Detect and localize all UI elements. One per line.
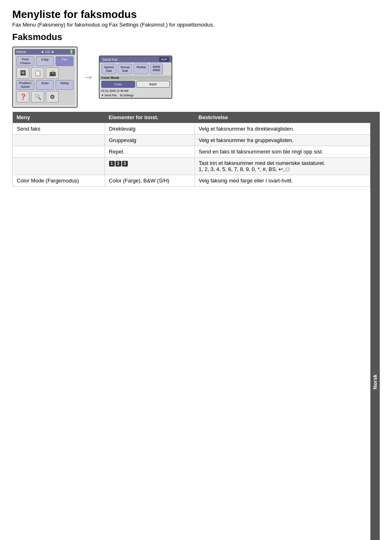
page-indicator: ◄ 1/2 ►: [40, 50, 55, 54]
table1-container: Meny Elementer for innst. Beskrivelse Se…: [12, 112, 370, 540]
table1-row1-col1: Send faks: [13, 123, 105, 135]
sf-datetime: 01.01.2008 12:45 AM: [100, 89, 172, 93]
num-box-2: 2: [116, 161, 121, 167]
num-box-3: 3: [122, 161, 128, 167]
section1-title: Faksmodus: [12, 32, 380, 42]
home-icon-row2: ❓ 🔍 ⚙: [16, 91, 74, 102]
table-row: Gruppevalg Velg et faksnummer fra gruppe…: [13, 135, 370, 146]
scan-btn[interactable]: Scan: [36, 80, 54, 90]
subtitle: Fax Menu (Faksmeny) for faksmodus og Fax…: [12, 22, 380, 28]
sf-send-label: ✦ Send Fax: [101, 94, 117, 97]
table1-row2-col2: Gruppevalg: [105, 135, 194, 146]
table1-row5-col3: Velg faksing med farge eller i svart-hvi…: [194, 175, 370, 187]
table1-row2-col1: [13, 135, 105, 146]
home-screen-body: PrintPhotos Copy Fax 🖼 📋 📠 ProblemSolver…: [15, 55, 75, 105]
copy-btn[interactable]: Copy: [36, 56, 54, 66]
code-btn: ⊞⊞⊞⊞⊞⊞: [150, 64, 163, 74]
table-row: Color Mode (Fargemodus) Color (Farge), B…: [13, 175, 370, 187]
bw-btn[interactable]: B&W: [136, 81, 170, 88]
fax-icon-btn: 📠: [46, 67, 59, 79]
norsk-sidebar: Norsk: [370, 112, 380, 540]
table1-row5-col1: Color Mode (Fargemodus): [13, 175, 105, 187]
sf-dial-row: SpeedDial GroupDial Redial ⊞⊞⊞⊞⊞⊞: [100, 62, 172, 76]
menu-table-1: Meny Elementer for innst. Beskrivelse Se…: [12, 112, 370, 187]
copy-icon-btn: 📋: [31, 67, 44, 79]
table1-row2-col3: Velg et faksnummer fra gruppevaglisten.: [194, 135, 370, 146]
arrow1: →: [82, 71, 94, 84]
send-fax-header: Send Fax ADF: [100, 56, 172, 62]
table1-header-col3: Beskrivelse: [194, 112, 370, 123]
problem-solver-btn[interactable]: ProblemSolver: [16, 80, 34, 90]
speed-dial-btn[interactable]: SpeedDial: [101, 64, 116, 74]
send-fax-title: Send Fax: [102, 58, 118, 62]
group-dial-btn[interactable]: GroupDial: [118, 64, 132, 74]
send-fax-screen: Send Fax ADF SpeedDial GroupDial Redial …: [99, 56, 172, 99]
sf-settings-label: ⊞ Settings: [120, 94, 134, 97]
table1-row1-col2: Direktevalg: [105, 123, 194, 135]
adf-label: ADF: [159, 57, 169, 62]
table1-row3-col1: [13, 146, 105, 158]
problem-icon-btn: ❓: [16, 91, 29, 102]
home-icon-row1: 🖼 📋 📠: [16, 67, 74, 79]
table1-row4-col3: Tast inn et faksnummer med det numeriske…: [194, 158, 370, 175]
color-btn[interactable]: Color: [101, 81, 135, 88]
home-btn-row2: ProblemSolver Scan Setup: [16, 80, 74, 90]
home-screen: Home ◄ 1/2 ► 🔋 PrintPhotos Copy Fax 🖼 📋 …: [12, 47, 78, 108]
table1-area: Meny Elementer for innst. Beskrivelse Se…: [12, 112, 380, 540]
home-screen-header: Home ◄ 1/2 ► 🔋: [15, 49, 75, 55]
table1-row4-col2: 1 2 3: [105, 158, 194, 175]
scan-icon-btn: 🔍: [31, 91, 44, 102]
print-photos-btn[interactable]: PrintPhotos: [16, 56, 34, 66]
table1-row4-col1: [13, 158, 105, 175]
table1-row1-col3: Velg et faksnummer fra direktevalglisten…: [194, 123, 370, 135]
table-row: Send faks Direktevalg Velg et faksnummer…: [13, 123, 370, 135]
fax-btn[interactable]: Fax: [56, 56, 74, 66]
setup-icon-btn: ⚙: [46, 91, 59, 102]
sf-footer: ✦ Send Fax ⊞ Settings: [100, 93, 172, 98]
table1-header-col1: Meny: [13, 112, 105, 123]
redial-btn[interactable]: Redial: [134, 64, 149, 74]
num-box-1: 1: [109, 161, 115, 167]
table1-row5-col2: Color (Farge), B&W (S/H): [105, 175, 194, 187]
faksmodus-images: Home ◄ 1/2 ► 🔋 PrintPhotos Copy Fax 🖼 📋 …: [12, 47, 172, 108]
main-title: Menyliste for faksmodus: [12, 8, 380, 21]
setup-btn[interactable]: Setup: [56, 80, 74, 90]
sf-color-row: Color B&W: [100, 80, 172, 89]
num-badge: 1 2 3: [109, 161, 128, 167]
home-btn-row1: PrintPhotos Copy Fax: [16, 56, 74, 66]
faksmodus-top-area: Home ◄ 1/2 ► 🔋 PrintPhotos Copy Fax 🖼 📋 …: [12, 47, 380, 108]
home-label: Home: [16, 50, 26, 54]
table1-header-col2: Elementer for innst.: [105, 112, 194, 123]
battery-icon: 🔋: [69, 50, 74, 54]
color-mode-label: Color Mode: [100, 76, 172, 80]
table1-row3-col2: Repet.: [105, 146, 194, 158]
table1-row3-col3: Send en faks til faksnummeret som ble ri…: [194, 146, 370, 158]
print-icon-btn: 🖼: [16, 67, 29, 79]
table-row: Repet. Send en faks til faksnummeret som…: [13, 146, 370, 158]
table-row: 1 2 3 Tast inn et faksnummer med det num…: [13, 158, 370, 175]
